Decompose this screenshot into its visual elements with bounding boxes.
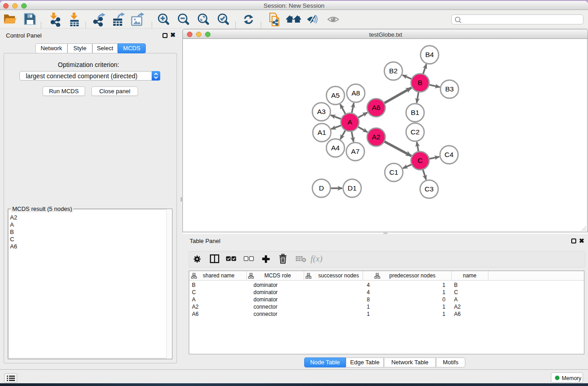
svg-text:D1: D1: [348, 184, 357, 192]
svg-text:B4: B4: [425, 51, 434, 58]
svg-text:A6: A6: [372, 104, 381, 111]
svg-text:A5: A5: [331, 91, 340, 99]
svg-text:C4: C4: [445, 151, 454, 158]
svg-text:C3: C3: [425, 185, 434, 193]
svg-text:B: B: [418, 79, 422, 86]
svg-text:A4: A4: [331, 144, 340, 152]
svg-text:C: C: [417, 157, 422, 164]
svg-text:C1: C1: [389, 168, 398, 176]
svg-text:A2: A2: [372, 133, 381, 141]
svg-text:A3: A3: [317, 108, 326, 115]
svg-text:A8: A8: [352, 89, 360, 97]
svg-text:A1: A1: [318, 129, 326, 136]
svg-text:B2: B2: [389, 67, 398, 75]
svg-text:B1: B1: [411, 109, 420, 116]
svg-text:B3: B3: [445, 85, 454, 93]
svg-text:C2: C2: [411, 128, 420, 136]
svg-text:D: D: [319, 184, 324, 192]
svg-text:A7: A7: [351, 148, 360, 155]
svg-text:A: A: [348, 118, 353, 126]
